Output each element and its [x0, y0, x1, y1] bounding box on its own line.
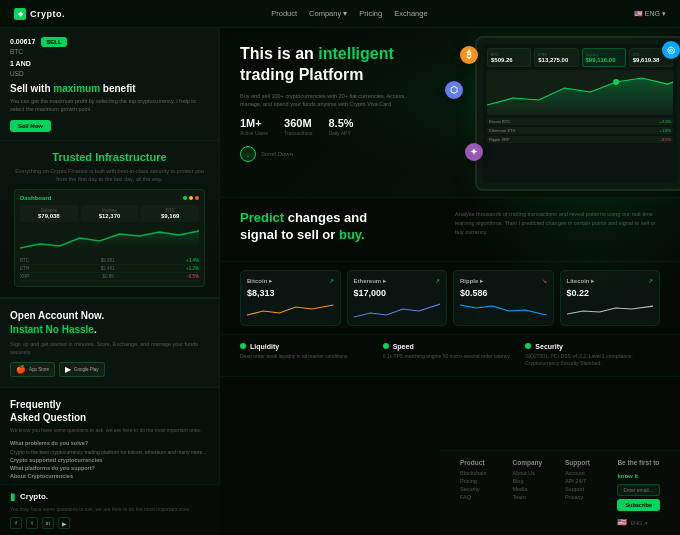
footer-socials: f t in ▶	[10, 517, 210, 529]
feature-speed: Speed 0.1s TPS matching engine 50 micro-…	[383, 343, 518, 368]
features-grid: Liquidity Deep order book liquidity in a…	[240, 343, 660, 368]
play-icon: ▶	[65, 365, 71, 374]
left-panel: 0.00617 BTC 1 AND USD SELL Sell with max…	[0, 28, 220, 535]
nav-language[interactable]: 🇺🇸 ENG ▾	[634, 10, 666, 18]
footer-logo-text: Crypto.	[20, 492, 48, 501]
footer-item[interactable]: Privacy	[565, 494, 607, 500]
faq-items: What problems do you solve? Crypto is th…	[10, 440, 209, 479]
svg-marker-0	[20, 231, 199, 254]
be-first-label: know it	[617, 473, 660, 479]
footer-item[interactable]: Account	[565, 470, 607, 476]
tablet-list-row: Ripple XRP -0.5%	[487, 136, 673, 143]
footer-item[interactable]: Team	[512, 494, 554, 500]
tablet-card-eth: ETH $13,275.00	[534, 48, 578, 67]
scroll-down[interactable]: ↓ Scroll Down	[240, 146, 440, 162]
footer-item[interactable]: Support	[565, 486, 607, 492]
faq-section: FrequentlyAsked Question We know you hav…	[0, 388, 219, 490]
chevron-icon: ▾	[645, 520, 648, 526]
feature-title: Security	[535, 343, 563, 350]
crypto-mini-chart	[247, 301, 334, 319]
nav-link-company[interactable]: Company ▾	[309, 9, 347, 18]
footer-logo-icon: ▮	[10, 491, 16, 502]
faq-item-4[interactable]: About Cryptocurrencies	[10, 473, 209, 479]
crypto-price: $0.22	[567, 288, 654, 298]
crypto-mini-chart	[567, 301, 654, 319]
dash-chart	[20, 226, 199, 254]
hero-tablet-mockup: BTC $509.26 ETH $13,275.00 Income $99,11…	[475, 36, 680, 191]
dashboard-mockup: Dashboard Balance $79,038 Income $12,370	[14, 189, 205, 287]
crypto-card-btc: Bitcoin ▸ ↗ $8,313	[240, 270, 341, 326]
table-row: ETH $2,481 +1.2%	[20, 265, 199, 273]
scroll-label: Scroll Down	[261, 151, 293, 157]
hero-desc: Buy and sell 100+ cryptocurrencies with …	[240, 92, 420, 110]
faq-title: FrequentlyAsked Question	[10, 398, 209, 424]
features-section: Liquidity Deep order book liquidity in a…	[220, 335, 680, 377]
footer-left: ▮ Crypto. You may have some questions to…	[0, 484, 220, 536]
dot-green	[183, 196, 187, 200]
stat-label: Active Users	[240, 130, 268, 136]
sell-section: 0.00617 BTC 1 AND USD SELL Sell with max…	[0, 28, 219, 141]
navbar: ◆ Crypto. Product Company ▾ Pricing Exch…	[0, 0, 680, 28]
google-play-button[interactable]: ▶ Google Play	[59, 362, 105, 377]
faq-desc: We know you have some questions to ask, …	[10, 427, 209, 435]
tablet-screen: BTC $509.26 ETH $13,275.00 Income $99,11…	[483, 44, 677, 183]
stat-label: Transactions	[284, 130, 312, 136]
stat-value: 1M+	[240, 117, 268, 129]
footer-col-support: Support Account API 24/7 Support Privacy	[565, 459, 607, 527]
open-account-section: Open Account Now.Instant No Hassle. Sign…	[0, 298, 219, 388]
faq-item-label[interactable]: What problems do you solve?	[10, 440, 209, 446]
logo-text: Crypto.	[30, 9, 65, 19]
faq-item-3[interactable]: What platforms do you support?	[10, 465, 209, 471]
subscribe-button[interactable]: Subscribe	[617, 499, 660, 511]
ticker-info: 0.00617 BTC 1 AND USD	[10, 36, 35, 79]
footer-item[interactable]: About Us	[512, 470, 554, 476]
crypto-mini-chart	[354, 301, 441, 319]
linkedin-icon[interactable]: in	[42, 517, 54, 529]
facebook-icon[interactable]: f	[10, 517, 22, 529]
footer-col-title: Product	[460, 459, 502, 466]
sell-button[interactable]: Sell Now	[10, 120, 51, 132]
footer-item[interactable]: Blog	[512, 478, 554, 484]
feature-title: Speed	[393, 343, 414, 350]
hero-stats: 1M+ Active Users 360M Transactions 8.5% …	[240, 117, 440, 136]
app-store-button[interactable]: 🍎 App Store	[10, 362, 55, 377]
footer-item[interactable]: Pricing	[460, 478, 502, 484]
liquidity-dot	[240, 343, 246, 349]
footer-col-title: Be the first to	[617, 459, 660, 466]
youtube-icon[interactable]: ▶	[58, 517, 70, 529]
stat-label: Daily APY	[329, 130, 354, 136]
footer-col-product: Product Blockchain Pricing Security FAQ	[460, 459, 502, 527]
predict-title: Predict changes andsignal to sell or buy…	[240, 210, 445, 244]
twitter-icon[interactable]: t	[26, 517, 38, 529]
lang-text: ENG	[630, 520, 642, 526]
nav-link-product[interactable]: Product	[271, 9, 297, 18]
crypto-name: Ethereum ▸	[354, 277, 386, 284]
trend-icon: ↗	[329, 277, 334, 284]
email-input[interactable]	[617, 484, 660, 496]
footer-item[interactable]: API 24/7	[565, 478, 607, 484]
footer-item[interactable]: FAQ	[460, 494, 502, 500]
security-dot	[525, 343, 531, 349]
svg-point-2	[613, 79, 619, 85]
tablet-list: Bitcoin BTC +2.3% Ethereum ETH +1.8% Rip…	[487, 118, 673, 143]
nav-link-pricing[interactable]: Pricing	[359, 9, 382, 18]
crypto-card-xrp: Ripple ▸ ↘ $0.586	[453, 270, 554, 326]
footer-item[interactable]: Blockchain	[460, 470, 502, 476]
chevron-icon: ▾	[662, 10, 666, 18]
footer-item[interactable]: Media	[512, 486, 554, 492]
nav-link-exchange[interactable]: Exchange	[394, 9, 427, 18]
trend-icon: ↗	[435, 277, 440, 284]
dot-yellow	[189, 196, 193, 200]
apple-icon: 🍎	[16, 365, 26, 374]
hero-stat-users: 1M+ Active Users	[240, 117, 268, 136]
faq-item-2[interactable]: Crypto supported cryptocurrencies	[10, 457, 209, 463]
dash-stats: Balance $79,038 Income $12,370 BTC $9,16…	[20, 205, 199, 222]
tablet-list-row: Ethereum ETH +1.8%	[487, 127, 673, 134]
dash-header: Dashboard	[20, 195, 199, 201]
logo-icon: ◆	[14, 8, 26, 20]
tablet-stats-row: BTC $509.26 ETH $13,275.00 Income $99,11…	[487, 48, 673, 67]
sell-tag: SELL	[41, 37, 66, 47]
tablet-list-row: Bitcoin BTC +2.3%	[487, 118, 673, 125]
footer-item[interactable]: Security	[460, 486, 502, 492]
footer-language[interactable]: 🇺🇸 ENG ▾	[617, 518, 660, 527]
